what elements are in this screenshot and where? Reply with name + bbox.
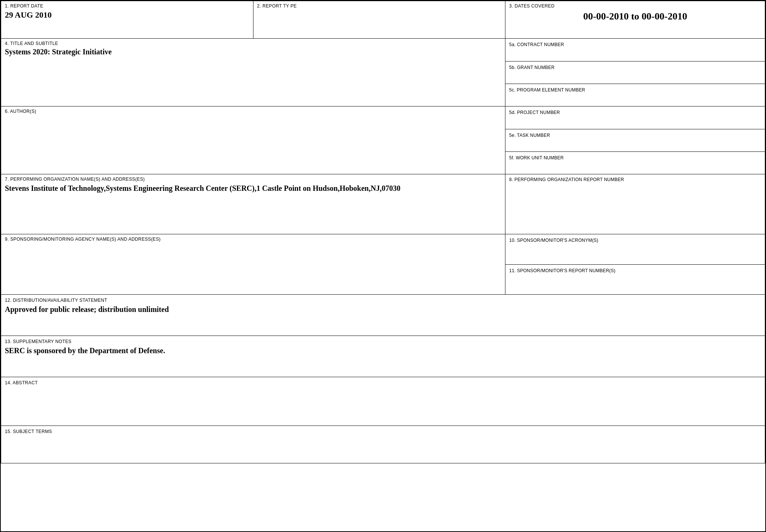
row-title-info: 4. TITLE AND SUBTITLE Systems 2020: Stra… — [1, 39, 765, 106]
report-date-label: 1. REPORT DATE — [5, 3, 249, 9]
cell-5d: 5d. PROJECT NUMBER — [505, 106, 765, 129]
row-5e: 5e. TASK NUMBER — [505, 129, 765, 151]
performing-org-label: 7. PERFORMING ORGANIZATION NAME(S) AND A… — [5, 177, 501, 182]
field5b-label: 5b. GRANT NUMBER — [509, 65, 555, 70]
row-5f: 5f. WORK UNIT NUMBER — [505, 151, 765, 174]
supplementary-value: SERC is sponsored by the Department of D… — [5, 346, 761, 355]
authors-label: 6. AUTHOR(S) — [5, 109, 501, 114]
cell-title: 4. TITLE AND SUBTITLE Systems 2020: Stra… — [1, 39, 505, 106]
inner-table-5abc: 5a. CONTRACT NUMBER 5b. GRANT NUMBER 5c.… — [505, 39, 765, 106]
field5a-label: 5a. CONTRACT NUMBER — [509, 42, 564, 47]
field8-label: 8. PERFORMING ORGANIZATION REPORT NUMBER — [509, 177, 624, 182]
abstract-label: 14. ABSTRACT — [5, 380, 761, 385]
form-table: 1. REPORT DATE 29 AUG 2010 2. REPORT TY … — [1, 1, 765, 463]
cell-5b: 5b. GRANT NUMBER — [505, 61, 765, 84]
field11-label: 11. SPONSOR/MONITOR'S REPORT NUMBER(S) — [509, 268, 615, 273]
cell-11: 11. SPONSOR/MONITOR'S REPORT NUMBER(S) — [505, 264, 765, 294]
cell-authors: 6. AUTHOR(S) — [1, 106, 505, 174]
row-5d: 5d. PROJECT NUMBER — [505, 106, 765, 129]
cell-10: 10. SPONSOR/MONITOR'S ACRONYM(S) — [505, 234, 765, 264]
dates-covered-label: 3. DATES COVERED — [509, 3, 761, 9]
distribution-label: 12. DISTRIBUTION/AVAILABILITY STATEMENT — [5, 298, 761, 303]
cell-project-task-workunit: 5d. PROJECT NUMBER 5e. TASK NUMBER 5f. W… — [505, 106, 765, 174]
row-sponsor-info: 9. SPONSORING/MONITORING AGENCY NAME(S) … — [1, 234, 765, 295]
row-10: 10. SPONSOR/MONITOR'S ACRONYM(S) — [505, 234, 765, 264]
row-5a: 5a. CONTRACT NUMBER — [505, 39, 765, 61]
row-5c: 5c. PROGRAM ELEMENT NUMBER — [505, 84, 765, 106]
field5d-label: 5d. PROJECT NUMBER — [509, 110, 560, 115]
dates-covered-value: 00-00-2010 to 00-00-2010 — [509, 11, 761, 22]
performing-org-value: Stevens Institute of Technology,Systems … — [5, 184, 501, 193]
row-subject: 15. SUBJECT TERMS — [1, 426, 765, 463]
title-value: Systems 2020: Strategic Initiative — [5, 48, 112, 56]
distribution-value: Approved for public release; distributio… — [5, 305, 761, 314]
field5f-label: 5f. WORK UNIT NUMBER — [509, 155, 564, 160]
sponsor-label: 9. SPONSORING/MONITORING AGENCY NAME(S) … — [5, 237, 501, 242]
row-11: 11. SPONSOR/MONITOR'S REPORT NUMBER(S) — [505, 264, 765, 294]
cell-dates-covered: 3. DATES COVERED 00-00-2010 to 00-00-201… — [505, 1, 765, 39]
cell-5e: 5e. TASK NUMBER — [505, 129, 765, 151]
field5c-label: 5c. PROGRAM ELEMENT NUMBER — [509, 87, 585, 93]
cell-5a: 5a. CONTRACT NUMBER — [505, 39, 765, 61]
row-supplementary: 13. SUPPLEMENTARY NOTES SERC is sponsore… — [1, 336, 765, 377]
cell-contract-grant-program: 5a. CONTRACT NUMBER 5b. GRANT NUMBER 5c.… — [505, 39, 765, 106]
cell-report-date: 1. REPORT DATE 29 AUG 2010 — [1, 1, 253, 39]
cell-supplementary: 13. SUPPLEMENTARY NOTES SERC is sponsore… — [1, 336, 765, 377]
title-label: 4. TITLE AND SUBTITLE — [5, 41, 501, 46]
cell-distribution: 12. DISTRIBUTION/AVAILABILITY STATEMENT … — [1, 295, 765, 336]
cell-5c: 5c. PROGRAM ELEMENT NUMBER — [505, 84, 765, 106]
cell-sponsor: 9. SPONSORING/MONITORING AGENCY NAME(S) … — [1, 234, 505, 295]
supplementary-label: 13. SUPPLEMENTARY NOTES — [5, 339, 761, 344]
row-abstract: 14. ABSTRACT — [1, 377, 765, 426]
cell-abstract: 14. ABSTRACT — [1, 377, 765, 426]
field10-label: 10. SPONSOR/MONITOR'S ACRONYM(S) — [509, 238, 598, 243]
row-5b: 5b. GRANT NUMBER — [505, 61, 765, 84]
inner-table-10-11: 10. SPONSOR/MONITOR'S ACRONYM(S) 11. SPO… — [505, 234, 765, 294]
row-performing-org: 7. PERFORMING ORGANIZATION NAME(S) AND A… — [1, 174, 765, 234]
cell-subject: 15. SUBJECT TERMS — [1, 426, 765, 463]
cell-sponsor-acronym-report: 10. SPONSOR/MONITOR'S ACRONYM(S) 11. SPO… — [505, 234, 765, 295]
report-type-label: 2. REPORT TY PE — [257, 3, 502, 9]
inner-table-5def: 5d. PROJECT NUMBER 5e. TASK NUMBER 5f. W… — [505, 106, 765, 174]
cell-performing-org: 7. PERFORMING ORGANIZATION NAME(S) AND A… — [1, 174, 505, 234]
subject-label: 15. SUBJECT TERMS — [5, 429, 761, 434]
report-date-value: 29 AUG 2010 — [5, 10, 52, 19]
field5e-label: 5e. TASK NUMBER — [509, 133, 550, 138]
row-report-info: 1. REPORT DATE 29 AUG 2010 2. REPORT TY … — [1, 1, 765, 39]
cell-report-type: 2. REPORT TY PE — [253, 1, 505, 39]
row-authors-info: 6. AUTHOR(S) 5d. PROJECT NUMBER 5e. TASK… — [1, 106, 765, 174]
row-distribution: 12. DISTRIBUTION/AVAILABILITY STATEMENT … — [1, 295, 765, 336]
cell-performing-org-report: 8. PERFORMING ORGANIZATION REPORT NUMBER — [505, 174, 765, 234]
form-container: 1. REPORT DATE 29 AUG 2010 2. REPORT TY … — [0, 0, 766, 532]
cell-5f: 5f. WORK UNIT NUMBER — [505, 151, 765, 174]
